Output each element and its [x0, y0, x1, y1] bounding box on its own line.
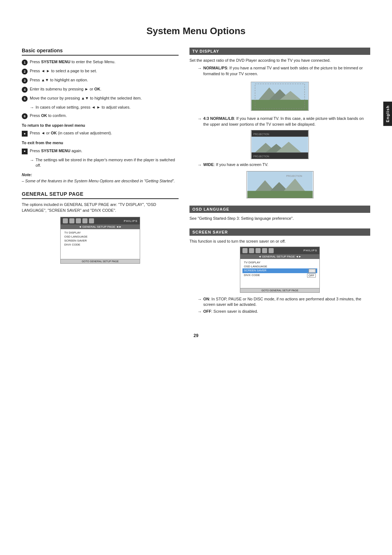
language-tab: English [383, 102, 392, 126]
exit-list: ● Press SYSTEM MENU again. [22, 148, 179, 154]
svg-text:PROJECTION: PROJECTION [286, 174, 302, 177]
main-content: Basic operations 1 Press SYSTEM MENU to … [22, 48, 370, 322]
mock-ss-screen-saver-row: SCREEN SAVER ON [242, 268, 317, 273]
mock-ss-icon-2 [249, 248, 254, 253]
mock-ss-off-value: OFF [307, 274, 316, 278]
tv-image-container-1 [189, 80, 370, 113]
step-3-text: Press ▲▼ to highlight an option. [30, 77, 88, 83]
mock-icon-3 [76, 218, 81, 223]
step-5-text: Move the cursor by pressing ▲▼ to highli… [30, 96, 142, 101]
mock-philips-logo: PHILIPS [124, 219, 138, 223]
mock-ss-icon-1 [242, 248, 248, 253]
svg-rect-20 [247, 191, 313, 198]
mock-menu-items: TV DISPLAY OSD LANGUAGE SCREEN SAVER DIV… [61, 229, 140, 259]
mock-ss-tv-display: TV DISPLAY [244, 260, 316, 264]
mock-icons [63, 218, 94, 223]
step-6-text: Press OK to confirm. [30, 113, 67, 118]
return-step-num: ● [22, 131, 28, 137]
mock-ss-icon-5 [269, 248, 274, 253]
mock-ss-menu-items: TV DISPLAY OSD LANGUAGE SCREEN SAVER ON … [240, 259, 319, 288]
steps-list: 1 Press SYSTEM MENU to enter the Setup M… [22, 59, 179, 102]
screen-saver-section: SCREEN SAVER This function is used to tu… [189, 228, 370, 315]
step-4: 4 Enter its submenu by pressing ► or OK. [22, 86, 179, 93]
step-2: 2 Press ◄ ► to select a page to be set. [22, 68, 179, 74]
screen-saver-heading: SCREEN SAVER [189, 228, 370, 236]
step-5: 5 Move the cursor by pressing ▲▼ to high… [22, 96, 179, 102]
arrow-value-setting: → In cases of value setting, press ◄ ► t… [30, 105, 179, 111]
mock-ss-nav: ◄ GENERAL SETUP PAGE ◄► [240, 254, 319, 259]
mock-ss-divx-label: DIVX CODE [244, 274, 260, 278]
step-2-text: Press ◄ ► to select a page to be set. [30, 68, 97, 74]
step-4-num: 4 [22, 87, 28, 93]
return-list: ● Press ◄ or OK (in cases of value adjus… [22, 130, 179, 137]
arrow-icon-ss-off: → [197, 309, 202, 315]
return-step-text: Press ◄ or OK (in cases of value adjustm… [30, 130, 112, 136]
step-1: 1 Press SYSTEM MENU to enter the Setup M… [22, 59, 179, 65]
wide-text: WIDE: If you have a wide-screen TV. [203, 162, 268, 167]
mock-ss-icons [242, 248, 274, 253]
exit-arrow: → The settings will be stored in the pla… [30, 157, 179, 169]
mock-ss-philips: PHILIPS [303, 249, 317, 252]
mock-ss-footer: GOTO GENERAL SETUP PAGE [240, 288, 319, 292]
exit-step-num: ● [22, 149, 28, 154]
svg-text:PROJECTION: PROJECTION [253, 155, 269, 158]
mock-ss-spacer [244, 278, 316, 287]
step-6: 6 Press OK to confirm. [22, 113, 179, 119]
return-heading: To return to the upper-level menu [22, 123, 179, 128]
screen-saver-off-text: OFF: Screen saver is disabled. [203, 309, 258, 314]
step-1-num: 1 [22, 60, 28, 65]
mock-item-osd-lang: OSD LANGUAGE [64, 235, 136, 239]
step-6-num: 6 [22, 113, 28, 119]
step-3-num: 3 [22, 78, 28, 84]
step-1-text: Press SYSTEM MENU to enter the Setup Men… [30, 59, 115, 65]
exit-step: ● Press SYSTEM MENU again. [22, 148, 179, 154]
mock-ss-icon-4 [262, 248, 267, 253]
svg-text:PROJECTION: PROJECTION [253, 133, 269, 135]
exit-step-text: Press SYSTEM MENU again. [30, 148, 82, 154]
arrow-icon-wide: → [197, 162, 202, 168]
general-setup-section: GENERAL SETUP PAGE The options included … [22, 191, 179, 264]
mock-item-divx-code: DIVX CODE [64, 243, 136, 247]
screen-saver-on-item: → ON: In STOP, PAUSE or No DISC mode, if… [197, 296, 370, 308]
osd-language-heading: OSD LANGUAGE [189, 206, 370, 213]
step-2-num: 2 [22, 69, 28, 74]
step-5-num: 5 [22, 96, 28, 102]
exit-arrow-text: The settings will be stored in the playe… [36, 157, 179, 169]
step-4-text: Enter its submenu by pressing ► or OK. [30, 86, 101, 92]
osd-language-desc: See "Getting Started-Step 3: Setting lan… [189, 216, 370, 221]
mock-icon-2 [69, 218, 74, 223]
step-3: 3 Press ▲▼ to highlight an option. [22, 77, 179, 84]
mock-ss-icon-3 [256, 248, 261, 253]
general-setup-screen: PHILIPS ◄ GENERAL SETUP PAGE ◄► TV DISPL… [60, 217, 140, 264]
left-column: Basic operations 1 Press SYSTEM MENU to … [22, 48, 179, 322]
mock-ss-divx-row: DIVX CODE OFF [244, 273, 316, 278]
tv-display-section: TV DISPLAY Set the aspect ratio of the D… [189, 48, 370, 198]
general-setup-title: GENERAL SETUP PAGE [22, 191, 179, 199]
arrow-icon-2: → [30, 157, 34, 163]
note-box: Note: – Some of the features in the Syst… [22, 172, 179, 184]
page-title: System Menu Options [22, 25, 370, 37]
step6-list: 6 Press OK to confirm. [22, 113, 179, 119]
basic-operations-section: Basic operations 1 Press SYSTEM MENU to … [22, 48, 179, 184]
general-setup-desc: The options included in GENERAL SETUP PA… [22, 202, 179, 213]
tv-image-normal-ps [251, 82, 309, 111]
arrow-value-text: In cases of value setting, press ◄ ► to … [36, 105, 130, 110]
mock-spacer [64, 247, 136, 258]
mock-ss-on-value: ON [309, 269, 316, 273]
mock-item-screen-saver: SCREEN SAVER [64, 239, 136, 243]
screen-saver-desc: This function is used to turn the screen… [189, 239, 370, 244]
tv-display-heading: TV DISPLAY [189, 48, 370, 55]
exit-heading: To exit from the menu [22, 140, 179, 146]
screen-saver-screen: PHILIPS ◄ GENERAL SETUP PAGE ◄► TV DISPL… [240, 247, 320, 293]
tv-image-letterbox: PROJECTION PROJECTION [251, 130, 309, 159]
mock-item-tv-display: TV DISPLAY [64, 231, 136, 235]
page-number: 29 [22, 333, 370, 338]
normal-ps-text: NORMAL/PS: If you have a normal TV and w… [203, 65, 370, 77]
mock-icon-5 [89, 218, 94, 223]
arrow-icon-normal-ps: → [197, 65, 202, 72]
tv-image-wide: PROJECTION [246, 171, 314, 198]
screen-saver-on-text: ON: In STOP, PAUSE or No DISC mode, if n… [203, 296, 370, 308]
normal-lb-item: → 4:3 NORMAL/LB: If you have a normal TV… [197, 116, 370, 127]
mock-header: PHILIPS [61, 217, 140, 224]
mock-ss-header: PHILIPS [240, 247, 319, 254]
